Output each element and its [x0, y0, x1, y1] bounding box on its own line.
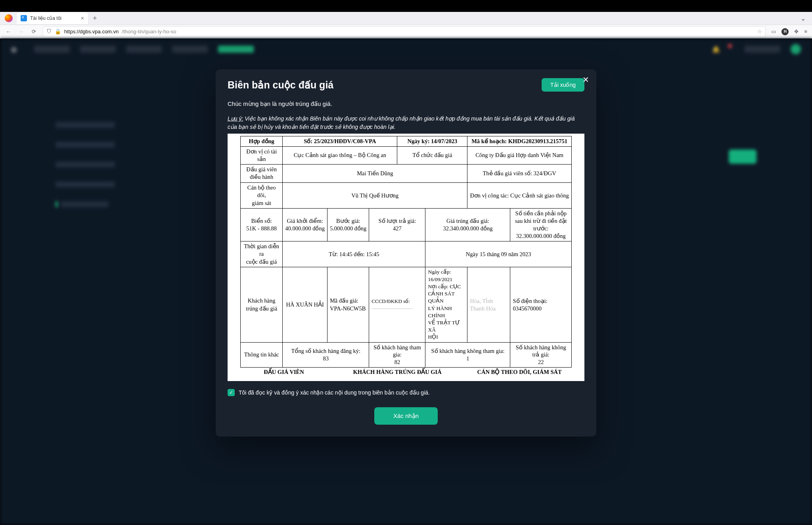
- firefox-logo-icon: [5, 14, 13, 22]
- cell-join-count: Số khách hàng tham gia:82: [369, 342, 425, 368]
- nav-reload-icon[interactable]: ⟳: [30, 29, 37, 34]
- tab-title: Tài liệu của tôi: [30, 15, 61, 21]
- cell-org-val: Công ty Đấu giá Hợp danh Việt Nam: [467, 146, 572, 164]
- tab-favicon-icon: [21, 15, 27, 21]
- table-row: Đấu giá viênđiều hành Mai Tiến Dũng Thẻ …: [241, 164, 572, 182]
- shield-icon: ⛉: [46, 29, 52, 34]
- table-row: Thông tin khác Tổng số khách hàng đăng k…: [241, 342, 572, 368]
- cell-contract-no: Số: 25/2023/HĐDV/C08-VPA: [283, 136, 397, 147]
- cell-nojoin-count: Số khách hàng không tham gia:1: [425, 342, 510, 368]
- cell-addr-blur: Hòa, Tỉnh Thanh Hóa: [467, 267, 510, 342]
- table-row: Khách hàngtrúng đấu giá HÀ XUÂN HẢI Mã đ…: [241, 267, 572, 342]
- table-row: Hợp đồng Số: 25/2023/HĐDV/C08-VPA Ngày k…: [241, 136, 572, 147]
- note-body: Việc bạn không xác nhận Biên bản này đượ…: [228, 115, 575, 130]
- auction-document: Hợp đồng Số: 25/2023/HĐDV/C08-VPA Ngày k…: [228, 134, 584, 381]
- confirm-button[interactable]: Xác nhận: [374, 407, 438, 425]
- modal-title: Biên bản cuộc đấu giá: [228, 79, 333, 91]
- lock-icon: 🔒: [55, 29, 61, 34]
- auction-record-modal: ✕ Biên bản cuộc đấu giá Tải xuống Chúc m…: [216, 69, 596, 437]
- congrats-text: Chúc mừng bạn là người trúng đấu giá.: [228, 100, 584, 107]
- acknowledge-text: Tôi đã đọc kỹ và đồng ý xác nhận các nội…: [239, 389, 430, 396]
- bookmark-star-icon[interactable]: ☆: [757, 29, 762, 34]
- table-row: Đơn vị có tài sản Cục Cảnh sát giao thôn…: [241, 146, 572, 164]
- cell-step-price: Bước giá:5.000.000 đồng: [327, 209, 369, 241]
- tabs-dropdown-icon[interactable]: ⌄: [801, 15, 806, 22]
- cell-contract-lbl: Hợp đồng: [241, 136, 283, 147]
- tab-close-icon[interactable]: ×: [81, 15, 84, 21]
- sig-auctioneer: ĐẤU GIÁ VIÊN: [241, 368, 327, 377]
- sig-supervisor: CÁN BỘ THEO DÕI, GIÁM SÁT: [467, 368, 572, 377]
- note-text: Lưu ý: Việc bạn không xác nhận Biên bản …: [228, 115, 584, 131]
- table-row: Thời gian diễn racuộc đấu giá Từ: 14:45 …: [241, 241, 572, 267]
- address-field[interactable]: ⛉ 🔒 https://dgbs.vpa.com.vn/thong-tin/qu…: [43, 26, 766, 37]
- cell-start-price: Giá khởi điểm:40.000.000 đồng: [283, 209, 327, 241]
- cell-reg-count: Tổng số khách hàng đăng ký:83: [283, 342, 369, 368]
- appmenu-icon[interactable]: ≡: [804, 29, 807, 34]
- cell-sign-date: Ngày ký: 14/07/2023: [397, 136, 467, 147]
- cell-win-price: Giá trúng đấu giá:32.340.000.000 đồng: [425, 209, 510, 241]
- acknowledge-row[interactable]: ✓ Tôi đã đọc kỹ và đồng ý xác nhận các n…: [228, 389, 584, 396]
- cell-nobid-count: Số khách hàng không trả giá:22: [510, 342, 572, 368]
- cell-winner-lbl: Khách hàngtrúng đấu giá: [241, 267, 283, 342]
- download-button[interactable]: Tải xuống: [542, 78, 584, 92]
- extension-badge-icon[interactable]: H: [781, 28, 789, 35]
- cell-cccd: CCCD/ĐKKD số:————————: [369, 267, 425, 342]
- cell-owner-lbl: Đơn vị có tài sản: [241, 146, 283, 164]
- cell-supervisor-name: Vũ Thị Quế Hương: [283, 182, 467, 209]
- cell-auctioneer-card: Thẻ đấu giá viên số: 324/ĐGV: [467, 164, 572, 182]
- cell-time-lbl: Thời gian diễn racuộc đấu giá: [241, 241, 283, 267]
- url-bar: ← → ⟳ ⛉ 🔒 https://dgbs.vpa.com.vn/thong-…: [0, 25, 812, 38]
- table-row: Biển số:51K - 888.88 Giá khởi điểm:40.00…: [241, 209, 572, 241]
- extensions-icon[interactable]: ✥: [794, 29, 799, 34]
- new-tab-button[interactable]: +: [93, 14, 97, 23]
- cell-phone: Số điện thoại:0345670000: [510, 267, 572, 342]
- cell-other-lbl: Thông tin khác: [241, 342, 283, 368]
- nav-forward-icon[interactable]: →: [17, 29, 25, 34]
- cell-date: Ngày 15 tháng 09 năm 2023: [425, 241, 572, 267]
- cell-winner-code: Mã đấu giá:VPA-N6CW5B: [327, 267, 369, 342]
- cell-auctioneer-lbl: Đấu giá viênđiều hành: [241, 164, 283, 182]
- cell-winner-name: HÀ XUÂN HẢI: [283, 267, 327, 342]
- browser-tab[interactable]: Tài liệu của tôi ×: [17, 12, 88, 24]
- url-host: https://dgbs.vpa.com.vn: [64, 29, 119, 34]
- cell-supervisor-unit: Đơn vị công tác: Cục Cảnh sát giao thông: [467, 182, 572, 209]
- modal-overlay: ✕ Biên bản cuộc đấu giá Tải xuống Chúc m…: [0, 38, 812, 525]
- cell-bid-count: Số lượt trả giá:427: [369, 209, 425, 241]
- cell-supervisor-lbl: Cán bộ theo dõi,giám sát: [241, 182, 283, 209]
- cell-auctioneer-name: Mai Tiến Dũng: [283, 164, 467, 182]
- cell-plate: Biển số:51K - 888.88: [241, 209, 283, 241]
- browser-tab-bar: Tài liệu của tôi × + ⌄: [0, 12, 812, 25]
- url-path: /thong-tin/quan-ly-ho-so: [122, 29, 176, 34]
- signature-row: ĐẤU GIÁ VIÊN KHÁCH HÀNG TRÚNG ĐẤU GIÁ CÁ…: [241, 368, 572, 377]
- table-row: Cán bộ theo dõi,giám sát Vũ Thị Quế Hươn…: [241, 182, 572, 209]
- checkbox-checked-icon[interactable]: ✓: [228, 389, 235, 396]
- cell-amount-due: Số tiền cần phải nộpsau khi trừ đi tiền …: [510, 209, 572, 241]
- sig-winner: KHÁCH HÀNG TRÚNG ĐẤU GIÁ: [327, 368, 467, 377]
- nav-back-icon[interactable]: ←: [5, 29, 12, 34]
- cell-org-lbl: Tổ chức đấu giá: [397, 146, 467, 164]
- cell-issue: Ngày cấp:16/09/2021Nơi cấp: CỤCCẢNH SÁT …: [425, 267, 467, 342]
- close-icon[interactable]: ✕: [582, 75, 589, 84]
- reader-icon[interactable]: ▭: [771, 29, 776, 34]
- cell-time-range: Từ: 14:45 đến: 15:45: [283, 241, 425, 267]
- note-label: Lưu ý:: [228, 115, 243, 122]
- cell-plan-code: Mã kế hoạch: KHDG20230913.215751: [467, 136, 572, 147]
- cell-owner-val: Cục Cảnh sát giao thông – Bộ Công an: [283, 146, 397, 164]
- os-titlebar: [0, 0, 812, 12]
